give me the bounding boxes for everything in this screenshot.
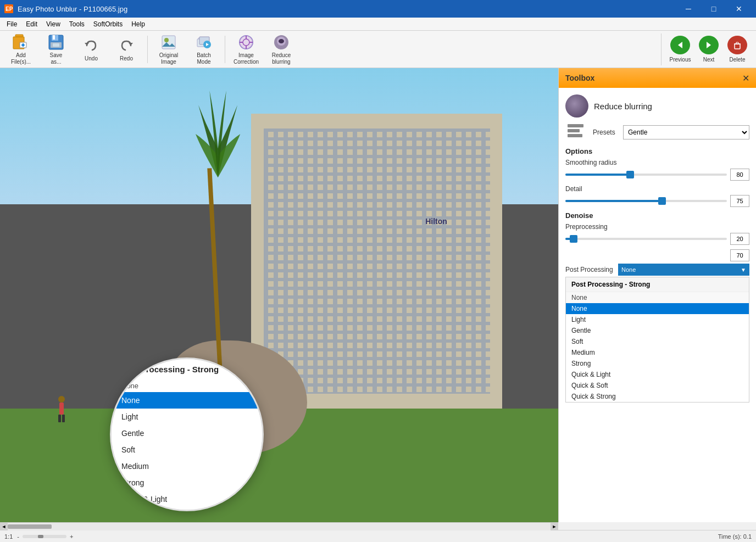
smoothing-radius-control: 80	[565, 169, 749, 181]
hotel-sign: Hilton	[425, 217, 447, 226]
post-proc-dropdown[interactable]: None ▼	[618, 264, 749, 276]
delete-button[interactable]: Delete	[723, 33, 752, 65]
preprocessing-value: 20	[730, 233, 749, 245]
preprocessing-row: Preprocessing 20	[565, 223, 749, 245]
preprocessing-track[interactable]	[565, 238, 727, 240]
next-icon	[699, 36, 719, 54]
hscroll-right-arrow[interactable]: ►	[551, 523, 558, 530]
svg-point-15	[164, 38, 169, 42]
close-button[interactable]: ✕	[726, 0, 752, 18]
detail-track[interactable]	[565, 200, 727, 202]
detail-fill	[565, 200, 662, 202]
toolbox-header: Toolbox ✕	[559, 68, 756, 88]
dropdown-item-gentle-list[interactable]: Gentle	[566, 325, 749, 336]
detail-value: 75	[730, 195, 749, 207]
original-image-button[interactable]: OriginalImage	[152, 33, 185, 65]
svg-rect-11	[53, 43, 59, 47]
image-correction-icon	[237, 33, 255, 51]
zoom-track[interactable]	[23, 535, 66, 538]
smoothing-radius-thumb[interactable]	[626, 171, 634, 178]
presets-label: Presets	[593, 128, 618, 136]
menu-edit[interactable]: Edit	[21, 18, 42, 31]
redo-button[interactable]: Redo	[110, 33, 143, 65]
batch-mode-icon	[195, 33, 213, 51]
time-display: Time (s): 0.1	[718, 533, 752, 540]
hscroll-track[interactable]	[8, 523, 551, 530]
dropdown-item-light[interactable]: Light	[112, 409, 262, 425]
toolbox-body: Reduce blurring Presets Gentle Soft Medi…	[559, 88, 756, 522]
dropdown-magnified-title: Post Processing - Strong	[112, 359, 262, 379]
dropdown-item-light-list[interactable]: Light	[566, 314, 749, 325]
smoothing-radius-track[interactable]	[565, 174, 727, 176]
batch-mode-label: BatchMode	[197, 52, 211, 65]
toolbox-title: Toolbox	[565, 74, 594, 82]
denoise-section: Denoise Preprocessing 20 70	[565, 211, 749, 403]
dropdown-item-strong[interactable]: Strong	[112, 474, 262, 491]
add-files-button[interactable]: AddFile(s)...	[4, 33, 37, 65]
dropdown-item-soft[interactable]: Soft	[112, 442, 262, 458]
dropdown-label-item: None	[566, 292, 749, 303]
post-proc-label: Post Processing	[565, 266, 615, 273]
menu-softorbits[interactable]: SoftOrbits	[89, 18, 127, 31]
svg-rect-38	[59, 403, 64, 415]
toolbox-close-button[interactable]: ✕	[742, 73, 749, 83]
original-image-label: OriginalImage	[159, 52, 178, 65]
smoothing-radius-label: Smoothing radius	[565, 159, 749, 166]
preprocessing-thumb[interactable]	[570, 235, 577, 243]
zoom-level: 1:1	[4, 533, 13, 540]
undo-button[interactable]: Undo	[75, 33, 108, 65]
save-as-button[interactable]: Saveas...	[40, 33, 73, 65]
menu-tools[interactable]: Tools	[65, 18, 89, 31]
batch-mode-button[interactable]: BatchMode	[187, 33, 220, 65]
menu-file[interactable]: File	[2, 18, 21, 31]
detail-thumb[interactable]	[658, 197, 666, 205]
dropdown-item-quick-light[interactable]: Quick & Light	[112, 491, 262, 507]
zoom-plus[interactable]: +	[70, 533, 73, 540]
dropdown-item-quick-soft-list[interactable]: Quick & Soft	[566, 380, 749, 391]
dropdown-item-quick-strong-list[interactable]: Quick & Strong	[566, 391, 749, 402]
minimize-button[interactable]: ─	[676, 0, 701, 18]
presets-icon-bar-3	[568, 134, 582, 137]
restore-button[interactable]: □	[701, 0, 726, 18]
redo-label: Redo	[120, 55, 133, 62]
toolbar-nav: Previous Next Delete	[661, 33, 752, 65]
dropdown-item-strong-list[interactable]: Strong	[566, 358, 749, 369]
dropdown-item-soft-list[interactable]: Soft	[566, 336, 749, 347]
reduce-blurring-label: Reduceblurring	[272, 52, 291, 65]
hscroll-left-arrow[interactable]: ◄	[0, 523, 8, 530]
zoom-slider[interactable]: - +	[17, 533, 73, 540]
menu-help[interactable]: Help	[127, 18, 149, 31]
add-files-icon	[12, 33, 30, 51]
toolbox-panel: Toolbox ✕ Reduce blurring Presets Gentle…	[558, 68, 756, 522]
image-correction-button[interactable]: ImageCorrection	[230, 33, 263, 65]
next-button[interactable]: Next	[694, 33, 723, 65]
hscrollbar: ◄ ►	[0, 522, 558, 530]
post-proc-selected: None	[621, 266, 741, 273]
dropdown-item-quick-light-list[interactable]: Quick & Light	[566, 369, 749, 380]
previous-label: Previous	[670, 57, 691, 63]
dropdown-item-none-sel[interactable]: None	[566, 303, 749, 314]
presets-icon	[568, 124, 587, 141]
presets-dropdown[interactable]: Gentle Soft Medium Strong None	[623, 125, 749, 139]
smoothing-radius-fill	[565, 174, 630, 176]
presets-section: Presets Gentle Soft Medium Strong None	[565, 124, 749, 141]
reduce-blurring-section-icon	[565, 94, 588, 118]
detail-control: 75	[565, 195, 749, 207]
image-area[interactable]: Hilton	[0, 68, 558, 522]
dropdown-item-medium-list[interactable]: Medium	[566, 347, 749, 358]
zoom-thumb[interactable]	[38, 535, 43, 538]
title-bar: EP Easy Photo Unblur - P1100665.jpg ─ □ …	[0, 0, 756, 18]
detail-label: Detail	[565, 185, 749, 193]
save-icon	[47, 33, 65, 51]
post-proc-value-row: 70	[565, 249, 749, 261]
previous-button[interactable]: Previous	[666, 33, 694, 65]
presets-icon-bar-2	[568, 129, 580, 132]
delete-icon	[727, 36, 747, 54]
dropdown-item-medium[interactable]: Medium	[112, 458, 262, 474]
dropdown-item-gentle[interactable]: Gentle	[112, 425, 262, 442]
menu-view[interactable]: View	[42, 18, 65, 31]
zoom-minus[interactable]: -	[17, 533, 19, 540]
reduce-blurring-button[interactable]: Reduceblurring	[265, 33, 298, 65]
dropdown-item-none-selected[interactable]: None	[112, 392, 262, 409]
hscroll-thumb[interactable]	[8, 524, 52, 529]
